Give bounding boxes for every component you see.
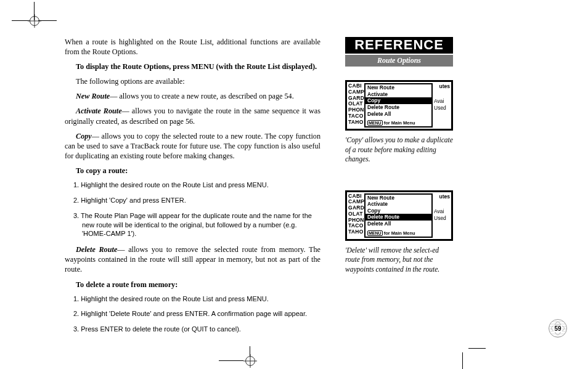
delete-label: Delete Route	[76, 245, 117, 254]
copy-step-2: 2. Highlight 'Copy' and press ENTER.	[82, 196, 321, 205]
bg-label: TAHO	[348, 229, 364, 235]
option-delete-route: Delete Route— allows you to remove the s…	[65, 245, 321, 274]
page-number-globe: 59	[549, 319, 567, 338]
menu-footer: MENU for Main Menu	[367, 120, 430, 126]
menu-item: Copy	[365, 208, 431, 214]
delete-heading: To delete a route from memory:	[65, 280, 321, 290]
menu-item: Delete Route	[365, 104, 431, 111]
figure-bg-labels: CABI CAMP GARD OLAT PHON TACO TAHO	[348, 83, 364, 125]
delete-step-1: 1. Highlight the desired route on the Ro…	[82, 294, 321, 304]
menu-item: Activate	[365, 91, 431, 98]
menu-button-icon: MENU	[367, 230, 383, 236]
display-instruction: To display the Route Options, press MENU…	[65, 62, 321, 71]
copy-steps: 1. Highlight the desired route on the Ro…	[65, 180, 321, 238]
menu-item: New Route	[365, 195, 431, 201]
reference-subtitle: Route Options	[345, 55, 453, 67]
right-val: Used	[434, 105, 450, 112]
page-number: 59	[553, 325, 561, 332]
menu-button-icon: MENU	[367, 120, 383, 126]
menu-item: Delete All	[365, 111, 431, 118]
copy-label: Copy	[76, 132, 92, 140]
menu-item: Activate	[365, 201, 431, 208]
menu-footer-text: for Main Menu	[384, 230, 415, 236]
figure-menu: New Route Activate Copy Delete Route Del…	[364, 193, 433, 238]
main-text-column: When a route is highlighted on the Route…	[59, 25, 327, 362]
caption-copy: 'Copy' allows you to make a duplicate of…	[345, 136, 453, 164]
activate-label: Activate Route	[76, 107, 122, 115]
menu-item-selected: Delete Route	[365, 214, 431, 221]
figure-bg-labels: CABI CAMP GARD OLAT PHON TACO TAHO	[348, 193, 364, 235]
copy-text: — allows you to copy the selected route …	[65, 132, 321, 160]
copy-step-3: 3. The Route Plan Page will appear for t…	[82, 211, 321, 239]
caption-delete: 'Delete' will remove the select-ed route…	[345, 246, 453, 275]
option-copy: Copy— allows you to copy the selected ro…	[65, 131, 321, 161]
menu-item: New Route	[365, 84, 431, 91]
new-route-label: New Route	[76, 92, 110, 100]
new-route-text: — allows you to create a new route, as d…	[110, 92, 294, 100]
sidebar-column: REFERENCE Route Options CABI CAMP GARD O…	[339, 25, 459, 362]
option-activate-route: Activate Route— allows you to navigate t…	[65, 106, 321, 126]
intro-para: When a route is highlighted on the Route…	[65, 37, 321, 57]
bg-label: TAHO	[348, 120, 364, 126]
menu-item-selected: Copy	[365, 97, 431, 104]
figure-right-head: utes	[439, 193, 450, 201]
delete-step-3: 3. Press ENTER to delete the route (or Q…	[82, 325, 321, 334]
figure-right-vals: Avai Used	[434, 208, 450, 222]
figure-right-vals: Avai Used	[434, 98, 450, 112]
delete-step-2: 2. Highlight 'Delete Route' and press EN…	[82, 309, 321, 318]
figure-right-head: utes	[439, 83, 450, 91]
figure-delete: CABI CAMP GARD OLAT PHON TACO TAHO utes …	[345, 190, 453, 241]
option-new-route: New Route— allows you to create a new ro…	[65, 91, 321, 101]
menu-footer-text: for Main Menu	[384, 120, 415, 126]
copy-heading: To copy a route:	[65, 166, 321, 176]
right-val: Avai	[434, 208, 450, 215]
delete-steps: 1. Highlight the desired route on the Ro…	[65, 294, 321, 335]
right-val: Avai	[434, 98, 450, 105]
following-options: The following options are available:	[65, 76, 321, 86]
menu-footer: MENU for Main Menu	[367, 230, 430, 236]
reference-title: REFERENCE	[345, 37, 453, 54]
menu-item: Delete All	[365, 221, 431, 227]
figure-menu: New Route Activate Copy Delete Route Del…	[364, 83, 433, 128]
figure-copy: CABI CAMP GARD OLAT PHON TACO TAHO utes …	[345, 80, 453, 131]
right-val: Used	[434, 215, 450, 222]
copy-step-1: 1. Highlight the desired route on the Ro…	[82, 180, 321, 190]
